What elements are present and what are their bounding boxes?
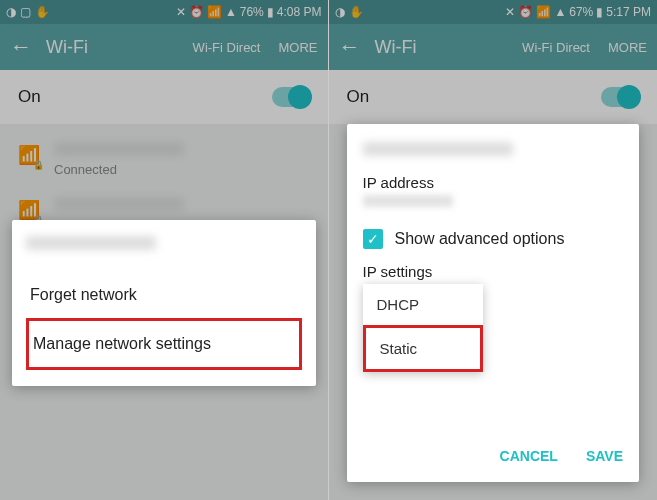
screen-left: ◑ ▢ ✋ ✕ ⏰ 📶 ▲ 76% ▮ 4:08 PM ← Wi-Fi Wi-F…	[0, 0, 329, 500]
show-advanced-label: Show advanced options	[395, 230, 565, 248]
dropdown-item-static[interactable]: Static	[363, 325, 483, 372]
checkbox-icon[interactable]: ✓	[363, 229, 383, 249]
forget-network-item[interactable]: Forget network	[26, 272, 302, 318]
manage-network-settings-item[interactable]: Manage network settings	[26, 318, 302, 370]
cancel-button[interactable]: CANCEL	[500, 448, 558, 464]
ip-address-value-blurred	[363, 195, 453, 207]
network-settings-dialog: IP address ✓ Show advanced options IP se…	[347, 124, 640, 482]
show-advanced-row[interactable]: ✓ Show advanced options	[363, 229, 624, 249]
network-options-dialog: Forget network Manage network settings	[12, 220, 316, 386]
ip-address-label: IP address	[363, 174, 624, 191]
dialog-network-name-blurred	[26, 236, 156, 250]
save-button[interactable]: SAVE	[586, 448, 623, 464]
dialog-network-name-blurred	[363, 142, 513, 156]
screen-right: ◑ ✋ ✕ ⏰ 📶 ▲ 67% ▮ 5:17 PM ← Wi-Fi Wi-Fi …	[329, 0, 658, 500]
ip-settings-label: IP settings	[363, 263, 624, 280]
dropdown-item-dhcp[interactable]: DHCP	[363, 284, 483, 325]
ip-settings-dropdown: DHCP Static	[363, 284, 483, 372]
